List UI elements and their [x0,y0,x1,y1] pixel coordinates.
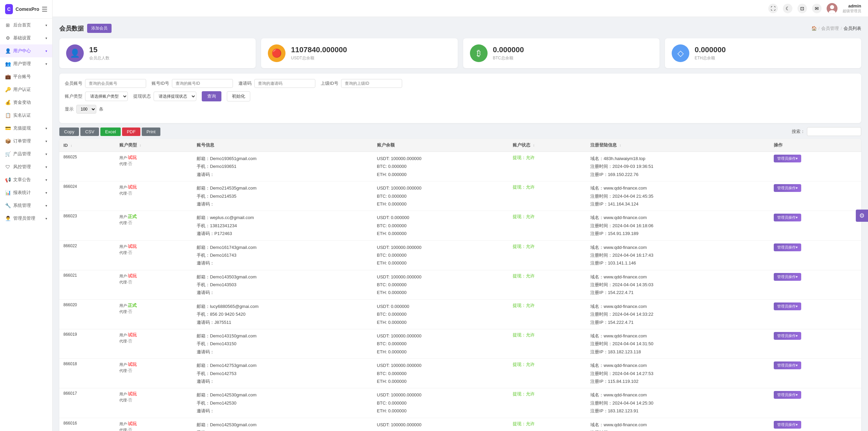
svg-point-1 [830,5,834,9]
sidebar: C ComexPro ⊞ 后台首页 ▾ ⚙ 基础设置 ▾ 👤 用户中心 ▾ 👥 … [0,0,53,431]
sidebar-item-product-management[interactable]: 🛒 产品管理 ▾ [0,148,52,160]
cell-account-type: 用户·试玩 代理·否 [115,181,193,211]
sidebar-label-user-auth: 用户认证 [13,86,47,93]
toolbar-buttons: Copy CSV Excel PDF Print [59,128,160,136]
print-button[interactable]: Print [142,128,160,136]
col-action: 操作 [770,139,861,152]
copy-button[interactable]: Copy [59,128,79,136]
sidebar-arrow-basic-settings: ▾ [45,36,47,40]
sidebar-label-article-announcement: 文章公告 [13,177,43,183]
action-button[interactable]: 管理员操作▾ [774,155,801,162]
stat-icon-members: 👤 [66,44,84,62]
user-info: admin 超级管理员 [843,3,861,14]
sidebar-item-fund-movement[interactable]: 💰 资金变动 [0,96,52,109]
action-button[interactable]: 管理员操作▾ [774,421,801,429]
theme-icon[interactable]: ☾ [783,4,792,13]
action-button[interactable]: 管理员操作▾ [774,243,801,251]
sidebar-item-real-name-auth[interactable]: 📋 实名认证 [0,109,52,122]
col-account-info[interactable]: 账号信息 [193,139,373,152]
sidebar-label-fund-movement: 资金变动 [13,99,47,105]
stat-info-usdt: 1107840.000000 USDT总余额 [291,45,347,61]
sidebar-icon-order-management: 📦 [5,138,11,144]
display-unit: 条 [99,106,103,112]
sidebar-item-platform-account[interactable]: 💼 平台账号 [0,70,52,83]
query-button[interactable]: 查询 [202,91,221,101]
invite-code-input[interactable] [254,79,315,88]
breadcrumb-member-management[interactable]: 会员管理 [821,25,839,32]
sidebar-item-user-center[interactable]: 👤 用户中心 ▾ [0,44,52,57]
sidebar-arrow-order-management: ▾ [45,139,47,143]
cell-account-type: 用户·试玩 代理·否 [115,152,193,181]
cell-account-type: 用户·试玩 代理·否 [115,388,193,418]
sidebar-item-order-management[interactable]: 📦 订单管理 ▾ [0,135,52,148]
content-area: 会员数据 添加会员 🏠 / 会员管理 / 会员列表 👤 15 会员总人数 🔴 1… [53,17,868,431]
action-button[interactable]: 管理员操作▾ [774,361,801,369]
pdf-button[interactable]: PDF [122,128,140,136]
cell-status: 提现：允许 [509,388,586,418]
cell-status: 提现：允许 [509,329,586,359]
display-count-select[interactable]: 100 50 25 10 [76,105,96,114]
action-button[interactable]: 管理员操作▾ [774,332,801,340]
screen-icon[interactable]: ⊡ [797,4,807,13]
reset-button[interactable]: 初始化 [227,91,250,101]
breadcrumb-home-icon[interactable]: 🏠 [811,26,817,31]
sidebar-arrow-recharge: ▾ [45,126,47,130]
filter-section: 会员账号 账号ID号 邀请码 上级ID号 账户类型 [59,74,861,123]
sidebar-item-recharge[interactable]: 💳 充值提现 ▾ [0,122,52,135]
action-button[interactable]: 管理员操作▾ [774,391,801,399]
account-type-select[interactable]: 请选择账户类型 正式 试玩 [85,92,128,101]
add-member-button[interactable]: 添加会员 [87,24,112,33]
sidebar-arrow-admin-management: ▾ [45,217,47,220]
action-button[interactable]: 管理员操作▾ [774,273,801,281]
csv-button[interactable]: CSV [80,128,99,136]
expand-icon[interactable]: ⛶ [768,4,778,13]
sidebar-icon-admin-management: 👨‍💼 [5,216,11,221]
col-status[interactable]: 账户状态 ↕ [509,139,586,152]
cell-login-info: 域名：www.qdd-finance.com 注册时间：2024-04-04 1… [586,418,769,431]
filter-withdraw-status: 提现状态 请选择提现状态 允许 禁止 [133,92,196,101]
stat-card-usdt: 🔴 1107840.000000 USDT总余额 [261,38,457,68]
col-login-info[interactable]: 注册登陆信息 ↕ [586,139,769,152]
cell-balance: USDT: 0.000000 BTC: 0.000000 ETH: 0.0000… [373,299,509,329]
cell-balance: USDT: 0.000000 BTC: 0.000000 ETH: 0.0000… [373,211,509,240]
sidebar-item-basic-settings[interactable]: ⚙ 基础设置 ▾ [0,32,52,44]
search-input[interactable] [807,127,861,136]
cell-account-info: 邮箱：Demo143503gmail.com 手机：Demo143503 邀请码… [193,270,373,299]
stat-value-eth: 0.000000 [695,45,726,54]
table-header-row: ID ↕ 账户类型 ↕ 账号信息 账户余额 账户状态 ↕ 注册登陆信息 ↕ 操作 [59,139,861,152]
superior-id-input[interactable] [341,79,402,88]
col-balance[interactable]: 账户余额 [373,139,509,152]
sidebar-item-reports[interactable]: 📊 报表统计 ▾ [0,186,52,199]
sidebar-icon-real-name-auth: 📋 [5,113,11,118]
chat-icon[interactable]: ✉ [812,4,822,13]
sort-login-icon: ↕ [619,143,621,147]
settings-fab[interactable]: ⚙ [856,210,868,222]
sidebar-item-user-management[interactable]: 👥 用户管理 ▾ [0,57,52,70]
action-button[interactable]: 管理员操作▾ [774,214,801,221]
account-id-input[interactable] [172,79,233,88]
stat-icon-btc: ₿ [470,44,488,62]
withdraw-status-select[interactable]: 请选择提现状态 允许 禁止 [154,92,196,101]
action-button[interactable]: 管理员操作▾ [774,302,801,310]
sidebar-item-dashboard[interactable]: ⊞ 后台首页 ▾ [0,19,52,32]
sidebar-item-system-management[interactable]: 🔧 系统管理 ▾ [0,199,52,212]
menu-toggle-icon[interactable] [42,7,47,12]
stat-card-btc: ₿ 0.000000 BTC总余额 [463,38,659,68]
excel-button[interactable]: Excel [100,128,121,136]
sidebar-icon-user-center: 👤 [5,48,11,54]
sidebar-icon-user-management: 👥 [5,61,11,66]
cell-id: 866024 [59,181,115,211]
cell-action: 管理员操作▾ [770,181,861,211]
col-account-type[interactable]: 账户类型 ↕ [115,139,193,152]
sidebar-item-article-announcement[interactable]: 📢 文章公告 ▾ [0,173,52,186]
col-id[interactable]: ID ↕ [59,139,115,152]
avatar[interactable] [827,3,837,14]
sidebar-item-admin-management[interactable]: 👨‍💼 管理员管理 ▾ [0,212,52,225]
sidebar-label-product-management: 产品管理 [13,151,43,157]
member-account-input[interactable] [85,79,146,88]
sort-id-icon: ↕ [71,144,72,148]
sidebar-item-user-auth[interactable]: 🔑 用户认证 [0,83,52,96]
action-button[interactable]: 管理员操作▾ [774,184,801,192]
stat-info-members: 15 会员总人数 [89,45,110,61]
sidebar-item-risk-control[interactable]: 🛡 风控管理 ▾ [0,160,52,173]
